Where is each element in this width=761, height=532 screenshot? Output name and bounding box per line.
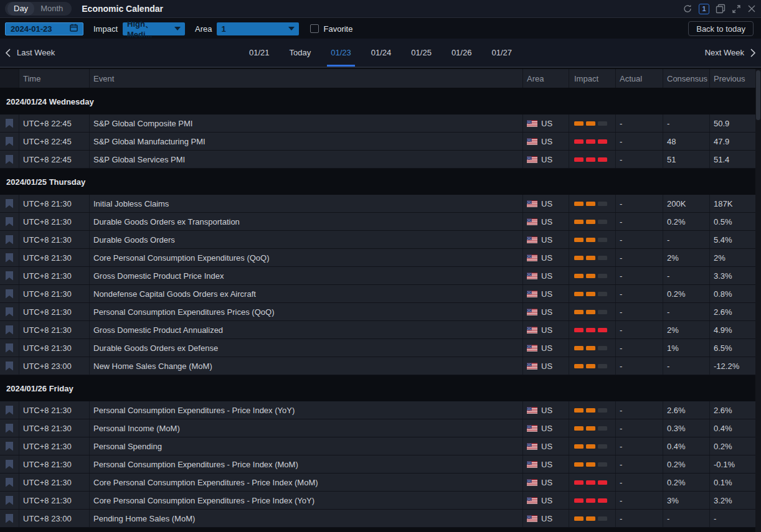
bookmark-icon[interactable] [6,289,13,299]
week-day[interactable]: 01/25 [409,39,433,67]
impact-label: Impact [93,24,118,34]
event-consensus: - [663,303,709,320]
week-day[interactable]: 01/21 [247,39,272,67]
bookmark-icon[interactable] [6,235,13,245]
impact-segment [586,498,595,503]
bookmark-icon[interactable] [6,271,13,281]
event-name: Durable Goods Orders [89,231,522,248]
event-consensus: 2% [663,249,709,266]
impact-segment [598,238,607,242]
table-body: 2024/01/24 Wednesday UTC+8 22:45 S&P Glo… [0,88,755,528]
bookmark-icon[interactable] [6,155,13,164]
impact-segment [574,157,584,162]
event-name: Core Personal Consumption Expenditures -… [89,492,522,509]
favorite-checkbox[interactable] [310,24,319,33]
area-select[interactable]: 1 [217,22,299,35]
us-flag-icon [527,497,537,504]
event-time: UTC+8 21:30 [19,303,89,320]
impact-segment [586,426,595,431]
event-area: US [522,285,569,302]
us-flag-icon [527,200,537,207]
event-impact [569,492,615,509]
refresh-icon[interactable] [683,4,692,14]
event-previous: 4.9% [709,321,755,338]
bookmark-icon[interactable] [6,343,13,353]
event-area: US [522,133,569,150]
event-actual: - [615,151,663,168]
date-value: 2024-01-23 [11,24,52,34]
next-week-button[interactable]: Next Week [705,39,756,67]
week-navigation: Last Week 01/21Today01/2301/2401/2501/26… [0,39,761,68]
impact-segment [598,121,607,126]
impact-segment [598,408,607,413]
back-to-today-button[interactable]: Back to today [688,21,754,36]
tab-count-icon[interactable]: 1 [699,4,709,14]
tab-day[interactable]: Day [7,2,34,16]
date-input[interactable]: 2024-01-23 [5,22,83,35]
bookmark-icon[interactable] [6,514,13,523]
bookmark-icon[interactable] [6,406,13,415]
impact-segment [574,346,584,350]
impact-segment [574,462,584,467]
close-icon[interactable] [747,4,756,13]
impact-segment [598,139,607,144]
event-time: UTC+8 21:30 [19,419,89,437]
event-area: US [522,195,569,212]
event-name: Core Personal Consumption Expenditures -… [89,474,522,491]
event-actual: - [615,249,663,266]
bookmark-icon[interactable] [6,137,13,146]
us-flag-icon [527,156,537,163]
expand-icon[interactable] [732,4,741,14]
event-impact [569,267,615,284]
event-actual: - [615,474,663,491]
us-flag-icon [527,273,537,279]
week-day[interactable]: 01/23 [329,39,353,67]
bookmark-icon[interactable] [6,119,13,128]
week-day[interactable]: 01/24 [369,39,394,67]
vertical-scrollbar [755,69,761,532]
event-impact [569,213,615,230]
impact-segment [598,462,607,467]
event-consensus: - [663,114,709,132]
us-flag-icon [527,120,537,127]
week-day[interactable]: Today [288,39,313,67]
bookmark-icon[interactable] [6,424,13,433]
event-name: Personal Consumption Expenditures - Pric… [89,455,522,473]
impact-segment [598,310,607,314]
event-area: US [522,455,569,473]
event-area: US [522,321,569,338]
tab-month[interactable]: Month [34,2,69,16]
impact-select[interactable]: High、Medi... [123,22,185,35]
event-consensus: 48 [663,133,709,150]
event-row: UTC+8 22:45 S&P Global Manufacturing PMI… [0,133,755,151]
event-impact [569,303,615,320]
us-flag-icon [527,345,537,352]
week-day[interactable]: 01/26 [450,39,474,67]
bookmark-icon[interactable] [6,496,13,505]
impact-select-value: High、Medi... [127,19,169,39]
bookmark-icon[interactable] [6,199,13,208]
bookmark-icon[interactable] [6,478,13,487]
scrollbar-thumb[interactable] [756,70,760,120]
bookmark-icon[interactable] [6,217,13,226]
event-time: UTC+8 21:30 [19,339,89,357]
impact-segment [598,202,607,206]
bookmark-icon[interactable] [6,442,13,451]
event-area: US [522,339,569,357]
week-day[interactable]: 01/27 [489,39,514,67]
duplicate-icon[interactable] [716,4,726,14]
date-group: 2024/01/26 Friday UTC+8 21:30 Personal C… [0,375,755,528]
bookmark-icon[interactable] [6,325,13,335]
impact-segment [574,516,584,521]
event-previous: 0.8% [709,285,755,302]
us-flag-icon [527,515,537,522]
event-impact [569,401,615,419]
impact-segment [598,516,607,521]
bookmark-icon[interactable] [6,362,13,371]
event-previous: - [709,510,755,527]
event-consensus: 51 [663,151,709,168]
event-row: UTC+8 21:30 Personal Consumption Expendi… [0,401,755,419]
bookmark-icon[interactable] [6,307,13,317]
bookmark-icon[interactable] [6,253,13,263]
bookmark-icon[interactable] [6,460,13,469]
